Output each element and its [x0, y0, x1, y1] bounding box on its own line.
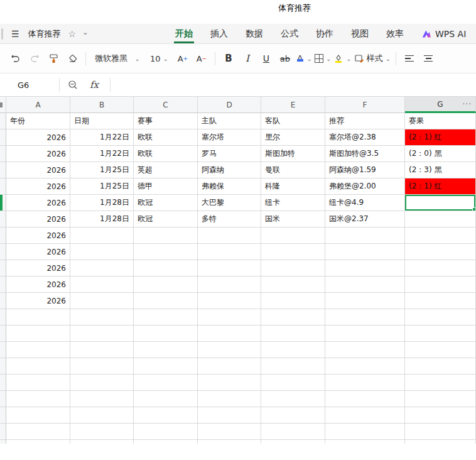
- cell-B5[interactable]: 1月25日: [70, 178, 134, 195]
- zoom-out-button[interactable]: [65, 76, 81, 94]
- cell-C21[interactable]: [134, 440, 198, 444]
- cell-E12[interactable]: [261, 293, 325, 309]
- cell-E17[interactable]: [261, 375, 325, 391]
- cell-E13[interactable]: [261, 309, 325, 326]
- cell-C3[interactable]: 欧联: [134, 146, 198, 162]
- cell-A4[interactable]: 2026: [6, 162, 70, 178]
- cell-C20[interactable]: [134, 424, 198, 440]
- cell-B12[interactable]: [70, 293, 134, 309]
- row-header-20[interactable]: [0, 424, 6, 440]
- cell-D11[interactable]: [198, 277, 261, 293]
- cell-G9[interactable]: [405, 244, 476, 260]
- cell-A8[interactable]: 2026: [6, 227, 70, 244]
- cell-G21[interactable]: [405, 440, 476, 444]
- cell-F16[interactable]: [325, 358, 405, 375]
- cell-E14[interactable]: [261, 326, 325, 342]
- row-header-14[interactable]: [0, 326, 6, 342]
- cell-F10[interactable]: [325, 260, 405, 277]
- tab-数据[interactable]: 数据: [237, 24, 272, 43]
- cell-F3[interactable]: 斯图加特@3.5: [325, 146, 405, 162]
- cell-B2[interactable]: 1月22日: [70, 129, 134, 146]
- cell-F21[interactable]: [325, 440, 405, 444]
- cell-C2[interactable]: 欧联: [134, 129, 198, 146]
- cell-E15[interactable]: [261, 342, 325, 358]
- cell-C16[interactable]: [134, 358, 198, 375]
- column-header-c[interactable]: C: [134, 97, 198, 113]
- row-header-8[interactable]: [0, 227, 6, 244]
- menu-icon[interactable]: ☰: [11, 29, 19, 39]
- cell-E18[interactable]: [261, 391, 325, 407]
- cell-F2[interactable]: 塞尔塔@2.38: [325, 129, 405, 146]
- redo-button[interactable]: [26, 50, 43, 67]
- cell-G11[interactable]: [405, 277, 476, 293]
- cell-G2[interactable]: (2：1) 红: [405, 129, 476, 146]
- row-header-5[interactable]: [0, 178, 6, 195]
- cell-D8[interactable]: [198, 227, 261, 244]
- cell-B19[interactable]: [70, 407, 134, 424]
- cell-C11[interactable]: [134, 277, 198, 293]
- cell-A9[interactable]: 2026: [6, 244, 70, 260]
- cell-D5[interactable]: 弗赖保: [198, 178, 261, 195]
- row-header-3[interactable]: [0, 146, 6, 162]
- cell-F9[interactable]: [325, 244, 405, 260]
- cell-E5[interactable]: 科隆: [261, 178, 325, 195]
- eraser-button[interactable]: [64, 50, 80, 67]
- cell-F20[interactable]: [325, 424, 405, 440]
- cell-C13[interactable]: [134, 309, 198, 326]
- cell-G14[interactable]: [405, 326, 476, 342]
- cell-A5[interactable]: 2026: [6, 178, 70, 195]
- favorite-star-icon[interactable]: ☆: [68, 29, 77, 39]
- cell-D13[interactable]: [198, 309, 261, 326]
- cell-F14[interactable]: [325, 326, 405, 342]
- cell-reference-box[interactable]: G6: [0, 80, 55, 90]
- cell-C7[interactable]: 欧冠: [134, 211, 198, 227]
- row-header-12[interactable]: [0, 293, 6, 309]
- cell-D12[interactable]: [198, 293, 261, 309]
- column-header-e[interactable]: E: [261, 97, 325, 113]
- decrease-font-button[interactable]: A−: [193, 50, 210, 67]
- cell-B15[interactable]: [70, 342, 134, 358]
- cell-D10[interactable]: [198, 260, 261, 277]
- cell-G8[interactable]: [405, 227, 476, 244]
- cell-G7[interactable]: [405, 211, 476, 227]
- cell-B4[interactable]: 1月25日: [70, 162, 134, 178]
- tab-效率[interactable]: 效率: [377, 24, 413, 43]
- cell-A18[interactable]: [6, 391, 70, 407]
- cell-C4[interactable]: 英超: [134, 162, 198, 178]
- cell-F12[interactable]: [325, 293, 405, 309]
- tab-视图[interactable]: 视图: [342, 24, 377, 43]
- cell-D2[interactable]: 塞尔塔: [198, 129, 261, 146]
- cell-D7[interactable]: 多特: [198, 211, 261, 227]
- cell-C18[interactable]: [134, 391, 198, 407]
- cell-A16[interactable]: [6, 358, 70, 375]
- cell-G13[interactable]: [405, 309, 476, 326]
- cell-D21[interactable]: [198, 440, 261, 444]
- cell-G16[interactable]: [405, 358, 476, 375]
- cell-E4[interactable]: 曼联: [261, 162, 325, 178]
- column-header-g[interactable]: G···: [405, 97, 476, 113]
- cell-E6[interactable]: 纽卡: [261, 195, 325, 211]
- cell-D1[interactable]: 主队: [198, 113, 261, 129]
- strikethrough-button[interactable]: ab: [277, 50, 293, 67]
- cell-B11[interactable]: [70, 277, 134, 293]
- cell-A19[interactable]: [6, 407, 70, 424]
- tab-wps-ai[interactable]: WPS AI: [413, 24, 475, 43]
- cell-F5[interactable]: 弗赖堡@2.00: [325, 178, 405, 195]
- cell-B6[interactable]: 1月28日: [70, 195, 134, 211]
- cell-E9[interactable]: [261, 244, 325, 260]
- cell-C14[interactable]: [134, 326, 198, 342]
- cell-E11[interactable]: [261, 277, 325, 293]
- cell-G1[interactable]: 赛果: [405, 113, 476, 129]
- row-header-11[interactable]: [0, 277, 6, 293]
- cell-G10[interactable]: [405, 260, 476, 277]
- font-name-select[interactable]: 微软雅黑 ⌄: [91, 50, 144, 67]
- cell-A7[interactable]: 2026: [6, 211, 70, 227]
- cell-D19[interactable]: [198, 407, 261, 424]
- align-left-button[interactable]: [401, 50, 418, 67]
- cell-E7[interactable]: 国米: [261, 211, 325, 227]
- cell-A6[interactable]: 2026: [6, 195, 70, 211]
- undo-button[interactable]: [8, 50, 24, 67]
- cell-A15[interactable]: [6, 342, 70, 358]
- cell-G15[interactable]: [405, 342, 476, 358]
- cell-B21[interactable]: [70, 440, 134, 444]
